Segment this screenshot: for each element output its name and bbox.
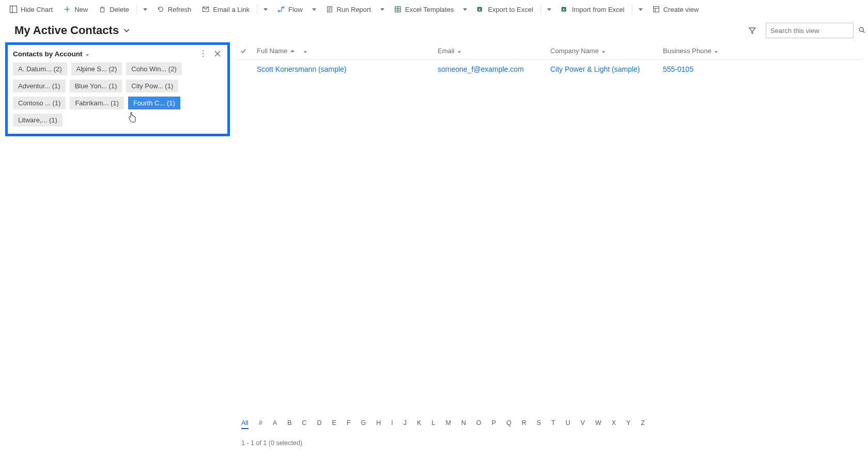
alpha-index-item[interactable]: E xyxy=(332,419,336,429)
chart-tag[interactable]: Contoso ... (1) xyxy=(13,97,66,109)
chart-tag[interactable]: City Pow... (1) xyxy=(126,80,178,92)
svg-text:X: X xyxy=(563,8,565,11)
cmd-label: New xyxy=(74,6,88,13)
chart-tag[interactable]: Alpine S... (2) xyxy=(71,62,122,75)
search-box[interactable] xyxy=(766,23,854,38)
filter-button[interactable] xyxy=(745,23,760,38)
alpha-index-item[interactable]: U xyxy=(566,419,570,429)
create-view-button[interactable]: Create view xyxy=(648,3,703,15)
cell-phone[interactable]: 555-0105 xyxy=(658,65,862,73)
email-link-split-button[interactable] xyxy=(260,6,271,13)
alpha-index-item[interactable]: V xyxy=(581,419,585,429)
cmd-label: Refresh xyxy=(168,6,192,13)
alpha-index-item[interactable]: O xyxy=(476,419,482,429)
alpha-index-item[interactable]: Q xyxy=(506,419,512,429)
chart-tag[interactable]: Adventur... (1) xyxy=(13,80,66,92)
flow-button[interactable]: Flow xyxy=(273,3,306,15)
alpha-index-item[interactable]: W xyxy=(595,419,601,429)
alpha-index-item[interactable]: D xyxy=(317,419,322,429)
grid-column: Full Name Email Company Name Business Ph… xyxy=(235,42,868,454)
cell-full-name[interactable]: Scott Konersmann (sample) xyxy=(252,65,432,73)
column-full-name[interactable]: Full Name xyxy=(252,47,432,55)
excel-templates-split-button[interactable] xyxy=(460,6,470,13)
chevron-down-icon[interactable] xyxy=(458,47,461,55)
trash-icon xyxy=(98,5,106,13)
alpha-index-item[interactable]: All xyxy=(241,419,249,429)
chevron-down-icon[interactable] xyxy=(304,47,307,55)
export-excel-button[interactable]: X Export to Excel xyxy=(472,3,537,15)
chevron-down-icon[interactable] xyxy=(602,47,605,55)
alpha-index-item[interactable]: T xyxy=(551,419,555,429)
cell-email[interactable]: someone_f@example.com xyxy=(432,65,545,73)
email-link-button[interactable]: Email a Link xyxy=(197,3,254,15)
status-bar: 1 - 1 of 1 (0 selected) xyxy=(235,439,868,447)
excel-templates-icon xyxy=(394,5,402,13)
content-body: Contacts by Account A. Datum... (2)Alpin… xyxy=(0,42,868,454)
alpha-index-item[interactable]: F xyxy=(347,419,351,429)
alpha-index-item[interactable]: Y xyxy=(626,419,630,429)
chart-tag[interactable]: Litware,... (1) xyxy=(13,114,63,127)
alpha-index-item[interactable]: H xyxy=(376,419,381,429)
run-report-split-button[interactable] xyxy=(377,6,388,13)
alpha-index-item[interactable]: Z xyxy=(641,419,645,429)
import-excel-button[interactable]: X Import from Excel xyxy=(556,3,629,15)
chevron-down-icon[interactable] xyxy=(715,47,718,55)
chart-tag[interactable]: Blue Yon... (1) xyxy=(70,80,122,92)
svg-rect-22 xyxy=(653,7,659,12)
cmd-label: Hide Chart xyxy=(21,6,53,13)
chart-tag[interactable]: Fabrikam... (1) xyxy=(70,97,124,109)
excel-templates-button[interactable]: Excel Templates xyxy=(390,3,458,15)
chart-tag[interactable]: Coho Win... (2) xyxy=(126,62,181,75)
alpha-index-item[interactable]: C xyxy=(302,419,307,429)
chart-close-button[interactable] xyxy=(213,49,222,58)
search-input[interactable] xyxy=(769,26,858,35)
alpha-index-item[interactable]: R xyxy=(522,419,526,429)
chevron-down-icon xyxy=(86,50,89,58)
separator xyxy=(540,4,541,14)
cmd-label: Excel Templates xyxy=(405,6,454,13)
alpha-index-item[interactable]: B xyxy=(287,419,291,429)
alpha-index-item[interactable]: G xyxy=(361,419,366,429)
delete-button[interactable]: Delete xyxy=(94,3,133,15)
chart-selector[interactable]: Contacts by Account xyxy=(13,50,89,58)
chart-more-button[interactable] xyxy=(198,49,208,58)
alpha-index-item[interactable]: A xyxy=(273,419,277,429)
column-email[interactable]: Email xyxy=(432,47,545,55)
column-company[interactable]: Company Name xyxy=(545,47,658,55)
alpha-index-item[interactable]: M xyxy=(445,419,451,429)
chart-tag[interactable]: A. Datum... (2) xyxy=(13,62,67,75)
cmd-label: Export to Excel xyxy=(488,6,533,13)
alpha-index-item[interactable]: K xyxy=(417,419,421,429)
export-excel-split-button[interactable] xyxy=(544,6,554,13)
svg-rect-0 xyxy=(10,6,17,13)
alpha-index-bar: All#ABCDEFGHIJKLMNOPQRSTUVWXYZ xyxy=(235,416,862,432)
svg-point-8 xyxy=(278,10,280,12)
import-excel-split-button[interactable] xyxy=(636,6,646,13)
alpha-index-item[interactable]: S xyxy=(537,419,541,429)
grid-body: Scott Konersmann (sample)someone_f@examp… xyxy=(235,60,862,78)
refresh-button[interactable]: Refresh xyxy=(152,3,196,15)
alpha-index-item[interactable]: X xyxy=(612,419,616,429)
alpha-index-item[interactable]: J xyxy=(404,419,407,429)
search-icon[interactable] xyxy=(858,26,865,35)
alpha-index-item[interactable]: # xyxy=(259,419,262,429)
alpha-index-item[interactable]: L xyxy=(431,419,435,429)
flow-split-button[interactable] xyxy=(309,6,319,13)
new-button[interactable]: New xyxy=(59,3,92,15)
column-phone[interactable]: Business Phone xyxy=(658,47,862,55)
delete-split-button[interactable] xyxy=(140,6,150,13)
cell-company[interactable]: City Power & Light (sample) xyxy=(545,65,658,73)
separator xyxy=(632,4,632,14)
hide-chart-button[interactable]: Hide Chart xyxy=(5,3,57,15)
alpha-index-item[interactable]: N xyxy=(461,419,466,429)
view-selector[interactable]: My Active Contacts xyxy=(14,24,130,37)
separator xyxy=(136,4,137,14)
alpha-index-item[interactable]: P xyxy=(492,419,496,429)
table-row[interactable]: Scott Konersmann (sample)someone_f@examp… xyxy=(235,60,862,78)
hide-chart-icon xyxy=(9,5,18,13)
cmd-label: Create view xyxy=(663,6,699,13)
run-report-button[interactable]: Run Report xyxy=(321,3,375,15)
select-all-checkbox[interactable] xyxy=(235,48,252,54)
alpha-index-item[interactable]: I xyxy=(391,419,393,429)
chart-tag[interactable]: Fourth C... (1) xyxy=(128,97,180,109)
